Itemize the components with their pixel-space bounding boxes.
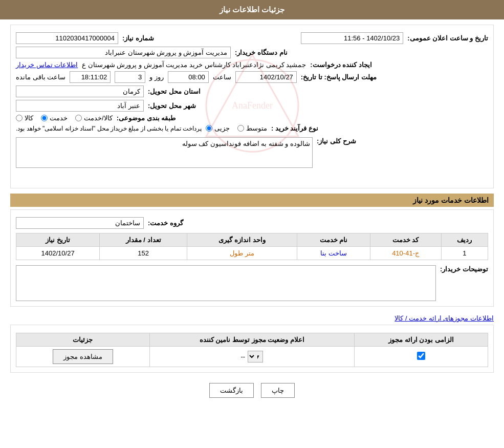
delivery-province-label: استان محل تحویل:: [148, 88, 201, 95]
cell-qty: 152: [100, 247, 187, 260]
col-name: نام خدمت: [297, 233, 370, 247]
response-remaining-input[interactable]: [70, 71, 111, 83]
cell-name: ساخت بنا: [297, 247, 370, 260]
button-row: چاپ بازگشت: [10, 383, 494, 398]
category-radio-group: کالا/خدمت خدمت کالا: [16, 114, 113, 122]
permits-table: الزامی بودن ارائه مجوز اعلام وضعیت مجوز …: [16, 333, 488, 367]
remaining-label: ساعت باقی مانده: [16, 73, 65, 81]
permits-link-text: اطلاعات مجوزهای ارائه خدمت / کالا: [395, 314, 494, 322]
buyer-org-label: نام دستگاه خریدار:: [235, 49, 288, 56]
permits-section-link[interactable]: اطلاعات مجوزهای ارائه خدمت / کالا: [10, 312, 494, 325]
buyer-org-input[interactable]: [16, 47, 231, 58]
need-number-label: شماره نیاز:: [122, 34, 154, 42]
cell-row: 1: [441, 247, 488, 260]
need-number-input[interactable]: [16, 32, 118, 44]
announcement-date-label: تاریخ و ساعت اعلان عمومی:: [407, 34, 488, 42]
buyer-notes-label: توضیحات خریدار:: [440, 265, 488, 273]
delivery-province-input[interactable]: [16, 86, 144, 97]
col-qty: تعداد / مقدار: [100, 233, 187, 247]
category-option-kala-khadamat[interactable]: کالا/خدمت: [75, 114, 113, 122]
permit-required-checkbox[interactable]: [417, 352, 425, 360]
description-textarea[interactable]: شالوده و شفته به اضافه فونداسیون کف سوله: [16, 137, 313, 168]
view-permit-button[interactable]: مشاهده مجوز: [53, 349, 113, 364]
permit-status-value: --: [240, 353, 245, 360]
permit-col-required: الزامی بودن ارائه مجوز: [354, 333, 488, 347]
category-option-kala[interactable]: کالا: [16, 114, 33, 122]
cell-code: ج-41-410: [370, 247, 441, 260]
permit-col-details: جزئیات: [16, 333, 150, 347]
description-label: شرح کلی نیاز:: [317, 137, 356, 145]
cell-unit: متر طول: [187, 247, 297, 260]
buyer-notes-textarea[interactable]: [16, 265, 436, 301]
service-group-input[interactable]: [16, 217, 144, 229]
back-button[interactable]: بازگشت: [209, 383, 254, 398]
permit-details-cell: مشاهده مجوز: [16, 347, 150, 367]
purchase-type-radio-group: متوسط جزیی: [206, 124, 267, 132]
category-option-khadamat[interactable]: خدمت: [41, 114, 68, 122]
response-deadline-label: مهلت ارسال پاسخ: تا تاریخ:: [301, 73, 377, 81]
col-unit: واحد اندازه گیری: [187, 233, 297, 247]
announcement-date-input[interactable]: [301, 32, 403, 44]
delivery-city-label: شهر محل تحویل:: [148, 102, 196, 110]
response-days-input[interactable]: [115, 71, 145, 83]
delivery-city-input[interactable]: [16, 100, 144, 112]
print-button[interactable]: چاپ: [261, 383, 295, 398]
permit-col-status: اعلام وضعیت مجوز توسط نامین کننده: [149, 333, 354, 347]
time-label: ساعت: [213, 73, 231, 81]
service-group-label: گروه خدمت:: [148, 219, 183, 227]
permit-status-select[interactable]: ▾: [248, 351, 263, 362]
creator-value: جمشید کریمی نژادعنبراباد کارشناس خرید مد…: [82, 61, 306, 69]
services-section-header: اطلاعات خدمات مورد نیاز: [10, 194, 494, 207]
services-table: ردیف کد خدمت نام خدمت واحد اندازه گیری ت…: [16, 233, 488, 260]
col-row: ردیف: [441, 233, 488, 247]
category-label: طبقه بندی موضوعی:: [117, 114, 176, 122]
col-code: کد خدمت: [370, 233, 441, 247]
purchase-type-note: پرداخت تمام یا بخشی از مبلغ خریداز محل "…: [16, 125, 202, 132]
permit-required-cell: [354, 347, 488, 367]
creator-label: ایجاد کننده درخواست:: [310, 61, 372, 69]
cell-date: 1402/10/27: [16, 247, 100, 260]
response-date-input[interactable]: [235, 71, 297, 83]
response-time-input[interactable]: [168, 71, 209, 83]
purchase-type-label: نوع فرآیند خرید :: [271, 124, 318, 132]
permit-status-cell: ▾ --: [149, 347, 354, 367]
days-label: روز و: [149, 73, 164, 81]
permit-row: ▾ -- مشاهده مجوز: [16, 347, 488, 367]
purchase-type-partial[interactable]: جزیی: [206, 124, 230, 132]
page-title: جزئیات اطلاعات نیاز: [0, 0, 504, 19]
purchase-type-medium[interactable]: متوسط: [237, 124, 267, 132]
contact-link[interactable]: اطلاعات تماس خریدار: [16, 61, 78, 69]
col-date: تاریخ نیاز: [16, 233, 100, 247]
table-row: 1 ج-41-410 ساخت بنا متر طول 152 1402/10/…: [16, 247, 488, 260]
